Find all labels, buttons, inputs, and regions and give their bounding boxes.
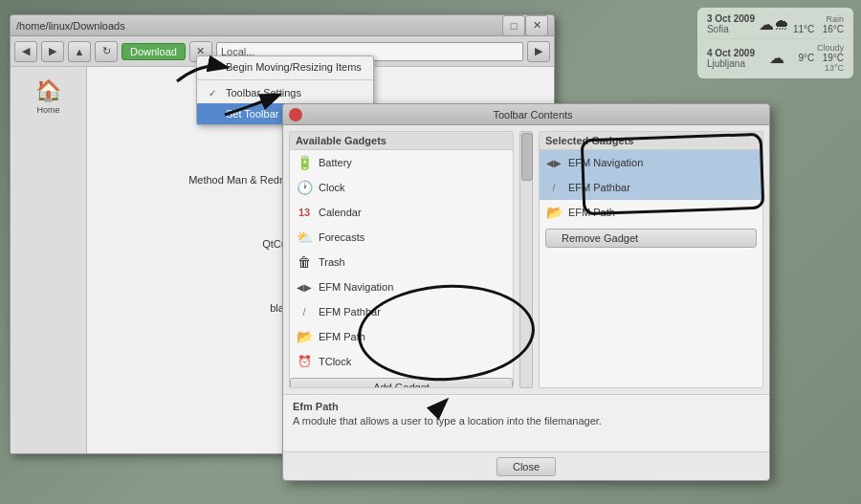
gadget-efm-path[interactable]: 📂 EFM Path bbox=[290, 324, 513, 349]
tc-description: Efm Path A module that allows a user to … bbox=[283, 394, 769, 451]
battery-icon: 🔋 bbox=[296, 154, 313, 171]
fm-up-btn[interactable]: ▲ bbox=[68, 41, 91, 62]
fm-close-btn[interactable]: ✕ bbox=[525, 15, 548, 36]
selected-efm-navigation[interactable]: ◀▶ EFM Navigation bbox=[540, 150, 762, 175]
weather-date-2: 4 Oct 2009 Ljubljana bbox=[707, 48, 755, 69]
weather-info-2: Cloudy 9°C 19°C 13°C bbox=[799, 43, 844, 73]
gadget-battery[interactable]: 🔋 Battery bbox=[290, 150, 513, 175]
tclock-icon: ⏰ bbox=[296, 353, 313, 370]
weather-day-temp: 13°C bbox=[799, 63, 844, 73]
gadget-trash[interactable]: 🗑 Trash bbox=[290, 250, 513, 274]
weather-date-1: 3 Oct 2009 Sofia bbox=[707, 13, 755, 34]
fm-sidebar: 🏠 Home bbox=[11, 67, 87, 453]
gadget-efm-pathbar[interactable]: / EFM Pathbar bbox=[290, 299, 513, 324]
weather-widget: 3 Oct 2009 Sofia ☁🌧 Rain 11°C 16°C 4 Oct… bbox=[697, 8, 853, 78]
weather-temps-2: 9°C 19°C bbox=[799, 53, 844, 63]
efm-nav-icon: ◀▶ bbox=[296, 278, 313, 296]
efm-path-icon: 📂 bbox=[545, 204, 563, 221]
remove-gadget-btn[interactable]: Remove Gadget bbox=[545, 229, 757, 248]
add-gadget-btn[interactable]: Add Gadget bbox=[290, 378, 513, 388]
check-icon: ✓ bbox=[209, 88, 220, 99]
fm-maximize-btn[interactable]: □ bbox=[502, 15, 525, 36]
weather-info-1: Rain 11°C 16°C bbox=[793, 14, 844, 34]
weather-icon-1: ☁🌧 bbox=[759, 15, 789, 33]
menu-separator bbox=[197, 79, 373, 80]
selected-gadgets-header: Selected Gadgets bbox=[540, 132, 762, 150]
fm-refresh-btn[interactable]: ↻ bbox=[95, 41, 118, 62]
fm-title: /home/linux/Downloads bbox=[16, 20, 502, 32]
selected-efm-path[interactable]: 📂 EFM Path bbox=[540, 200, 762, 225]
available-gadgets-panel: Available Gadgets 🔋 Battery 🕐 Clock 13 C… bbox=[289, 131, 514, 388]
gadget-clock[interactable]: 🕐 Clock bbox=[290, 175, 513, 200]
menu-item-begin-moving[interactable]: Begin Moving/Resizing Items bbox=[197, 56, 373, 77]
calendar-icon: 13 bbox=[296, 204, 313, 221]
menu-item-toolbar-settings[interactable]: ✓ Toolbar Settings bbox=[197, 82, 373, 103]
tc-close-row: Close bbox=[283, 451, 769, 480]
efm-pathbar-icon: / bbox=[545, 179, 563, 196]
fm-titlebar: /home/linux/Downloads □ ✕ bbox=[11, 15, 554, 36]
sidebar-item-home[interactable]: 🏠 Home bbox=[14, 75, 82, 119]
tc-title: Toolbar Contents bbox=[302, 109, 763, 121]
gadget-forecasts[interactable]: ⛅ Forecasts bbox=[290, 225, 513, 250]
forecasts-icon: ⛅ bbox=[296, 229, 313, 246]
weather-day-2: 4 Oct 2009 Ljubljana ☁ Cloudy 9°C 19°C 1… bbox=[707, 43, 844, 73]
selected-gadgets-panel: Selected Gadgets ◀▶ EFM Navigation / EFM… bbox=[539, 131, 763, 388]
available-gadgets-header: Available Gadgets bbox=[290, 132, 513, 150]
fm-forward-btn[interactable]: ▶ bbox=[41, 41, 64, 62]
weather-icon-2: ☁ bbox=[769, 49, 784, 67]
close-dialog-btn[interactable]: Close bbox=[497, 457, 556, 476]
available-scrollbar[interactable] bbox=[519, 131, 533, 388]
description-title: Efm Path bbox=[293, 401, 760, 412]
fm-back-btn[interactable]: ◀ bbox=[14, 41, 37, 62]
clock-icon: 🕐 bbox=[296, 179, 313, 196]
weather-temps-1: 11°C 16°C bbox=[793, 24, 844, 34]
tc-close-btn[interactable] bbox=[289, 108, 302, 121]
efm-path-icon: 📂 bbox=[296, 328, 313, 345]
trash-icon: 🗑 bbox=[296, 253, 313, 271]
efm-pathbar-icon: / bbox=[296, 303, 313, 320]
home-icon: 🏠 bbox=[35, 78, 61, 103]
add-gadget-area: Add Gadget bbox=[290, 378, 513, 388]
tc-body: Available Gadgets 🔋 Battery 🕐 Clock 13 C… bbox=[283, 125, 769, 394]
sidebar-home-label: Home bbox=[36, 105, 59, 115]
download-btn[interactable]: Download bbox=[121, 43, 186, 60]
gadget-tclock[interactable]: ⏰ TClock bbox=[290, 349, 513, 374]
desktop: /home/linux/Downloads □ ✕ ◀ ▶ ▲ ↻ Downlo… bbox=[0, 0, 861, 504]
gadget-efm-navigation[interactable]: ◀▶ EFM Navigation bbox=[290, 274, 513, 299]
tc-titlebar: Toolbar Contents bbox=[283, 104, 769, 125]
gadget-calendar[interactable]: 13 Calendar bbox=[290, 200, 513, 225]
efm-nav-icon: ◀▶ bbox=[545, 154, 563, 171]
fm-go-btn[interactable]: ▶ bbox=[527, 41, 550, 62]
description-text: A module that allows a user to type a lo… bbox=[293, 415, 760, 427]
toolbar-contents-dialog: Toolbar Contents Available Gadgets 🔋 Bat… bbox=[282, 103, 770, 481]
weather-day-1: 3 Oct 2009 Sofia ☁🌧 Rain 11°C 16°C bbox=[707, 13, 844, 39]
scroll-thumb[interactable] bbox=[521, 133, 533, 181]
selected-efm-pathbar[interactable]: / EFM Pathbar bbox=[540, 175, 762, 200]
